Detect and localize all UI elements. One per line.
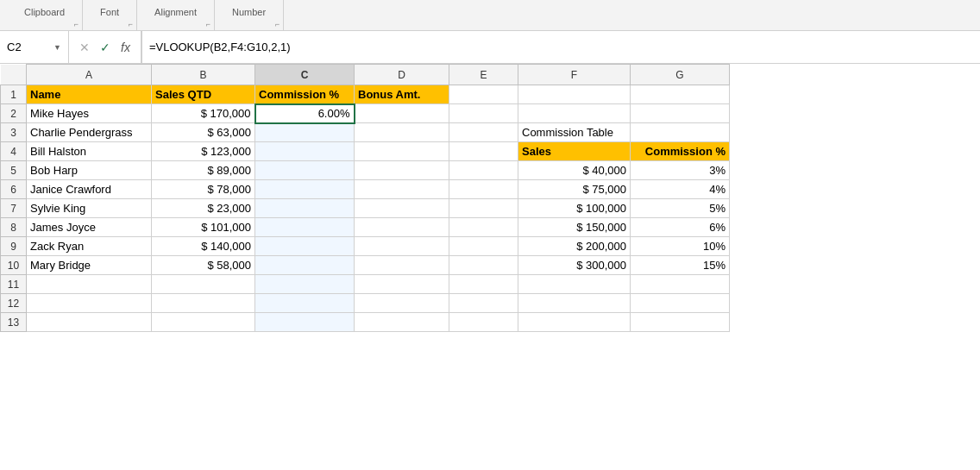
cell-r9-c6[interactable]: $ 200,000 — [518, 237, 631, 256]
cell-r3-c6[interactable]: Commission Table — [518, 123, 631, 142]
cell-r1-c6[interactable] — [518, 85, 631, 104]
confirm-formula-button[interactable]: ✓ — [97, 39, 114, 56]
cell-r12-c5[interactable] — [449, 294, 518, 313]
cell-r4-c1[interactable]: Bill Halston — [27, 142, 152, 161]
cell-r13-c5[interactable] — [449, 313, 518, 332]
cell-r13-c6[interactable] — [518, 313, 631, 332]
cell-r6-c4[interactable] — [355, 180, 449, 199]
cell-r2-c6[interactable] — [518, 104, 631, 123]
cell-r5-c1[interactable]: Bob Harp — [27, 161, 152, 180]
cell-reference-box[interactable]: C2 ▼ — [0, 31, 69, 63]
cell-r5-c2[interactable]: $ 89,000 — [152, 161, 255, 180]
cell-r10-c2[interactable]: $ 58,000 — [152, 256, 255, 275]
cell-r2-c3[interactable]: 6.00% — [255, 104, 355, 123]
clipboard-corner-icon[interactable]: ⌐ — [74, 20, 79, 28]
row-header-2[interactable]: 2 — [1, 104, 27, 123]
cell-r8-c6[interactable]: $ 150,000 — [518, 218, 631, 237]
cell-r12-c6[interactable] — [518, 294, 631, 313]
cell-r9-c5[interactable] — [449, 237, 518, 256]
cell-r6-c1[interactable]: Janice Crawford — [27, 180, 152, 199]
cell-r10-c5[interactable] — [449, 256, 518, 275]
cell-r1-c3[interactable]: Commission % — [255, 85, 355, 104]
number-corner-icon[interactable]: ⌐ — [275, 20, 280, 28]
cell-r1-c5[interactable] — [449, 85, 518, 104]
cell-r10-c1[interactable]: Mary Bridge — [27, 256, 152, 275]
row-header-10[interactable]: 10 — [1, 256, 27, 275]
cell-r13-c3[interactable] — [255, 313, 355, 332]
cell-r11-c1[interactable] — [27, 275, 152, 294]
col-header-a[interactable]: A — [27, 65, 152, 85]
cell-r2-c7[interactable] — [631, 104, 730, 123]
cell-r5-c5[interactable] — [449, 161, 518, 180]
row-header-13[interactable]: 13 — [1, 313, 27, 332]
cell-r1-c4[interactable]: Bonus Amt. — [355, 85, 449, 104]
cell-r11-c3[interactable] — [255, 275, 355, 294]
row-header-4[interactable]: 4 — [1, 142, 27, 161]
cell-r4-c6[interactable]: Sales — [518, 142, 631, 161]
cell-r3-c3[interactable] — [255, 123, 355, 142]
cell-r12-c7[interactable] — [631, 294, 730, 313]
font-corner-icon[interactable]: ⌐ — [129, 20, 133, 28]
row-header-6[interactable]: 6 — [1, 180, 27, 199]
row-header-1[interactable]: 1 — [1, 85, 27, 104]
cell-r7-c5[interactable] — [449, 199, 518, 218]
cell-r13-c2[interactable] — [152, 313, 255, 332]
cell-r7-c1[interactable]: Sylvie King — [27, 199, 152, 218]
cell-r1-c1[interactable]: Name — [27, 85, 152, 104]
cell-r13-c4[interactable] — [355, 313, 449, 332]
col-header-b[interactable]: B — [152, 65, 255, 85]
row-header-12[interactable]: 12 — [1, 294, 27, 313]
cell-r8-c3[interactable] — [255, 218, 355, 237]
cell-r6-c5[interactable] — [449, 180, 518, 199]
cell-r10-c3[interactable] — [255, 256, 355, 275]
cell-r12-c4[interactable] — [355, 294, 449, 313]
col-header-f[interactable]: F — [518, 65, 631, 85]
cell-r2-c2[interactable]: $ 170,000 — [152, 104, 255, 123]
cell-r9-c3[interactable] — [255, 237, 355, 256]
cell-ref-dropdown-icon[interactable]: ▼ — [53, 43, 61, 52]
cell-r13-c1[interactable] — [27, 313, 152, 332]
cell-r13-c7[interactable] — [631, 313, 730, 332]
cell-r11-c2[interactable] — [152, 275, 255, 294]
cell-r6-c7[interactable]: 4% — [631, 180, 730, 199]
cell-r4-c4[interactable] — [355, 142, 449, 161]
formula-input[interactable] — [142, 41, 980, 53]
cell-r10-c6[interactable]: $ 300,000 — [518, 256, 631, 275]
cell-r7-c7[interactable]: 5% — [631, 199, 730, 218]
cell-r4-c7[interactable]: Commission % — [631, 142, 730, 161]
cell-r8-c4[interactable] — [355, 218, 449, 237]
cell-r11-c5[interactable] — [449, 275, 518, 294]
cell-r9-c7[interactable]: 10% — [631, 237, 730, 256]
col-header-d[interactable]: D — [355, 65, 449, 85]
cell-r9-c2[interactable]: $ 140,000 — [152, 237, 255, 256]
cell-r8-c1[interactable]: James Joyce — [27, 218, 152, 237]
cell-r2-c1[interactable]: Mike Hayes — [27, 104, 152, 123]
row-header-8[interactable]: 8 — [1, 218, 27, 237]
cell-r3-c5[interactable] — [449, 123, 518, 142]
cell-r5-c6[interactable]: $ 40,000 — [518, 161, 631, 180]
cell-r10-c4[interactable] — [355, 256, 449, 275]
cell-r3-c2[interactable]: $ 63,000 — [152, 123, 255, 142]
cell-r2-c5[interactable] — [449, 104, 518, 123]
cell-r3-c1[interactable]: Charlie Pendergrass — [27, 123, 152, 142]
col-header-c[interactable]: C — [255, 65, 355, 85]
cell-r6-c3[interactable] — [255, 180, 355, 199]
row-header-11[interactable]: 11 — [1, 275, 27, 294]
cell-r7-c4[interactable] — [355, 199, 449, 218]
cell-r11-c6[interactable] — [518, 275, 631, 294]
row-header-3[interactable]: 3 — [1, 123, 27, 142]
cell-r11-c4[interactable] — [355, 275, 449, 294]
cell-r4-c5[interactable] — [449, 142, 518, 161]
cell-r7-c6[interactable]: $ 100,000 — [518, 199, 631, 218]
cell-r8-c5[interactable] — [449, 218, 518, 237]
cell-r7-c3[interactable] — [255, 199, 355, 218]
cell-r5-c3[interactable] — [255, 161, 355, 180]
cell-r4-c3[interactable] — [255, 142, 355, 161]
cell-r2-c4[interactable] — [355, 104, 449, 123]
cell-r1-c7[interactable] — [631, 85, 730, 104]
cell-r10-c7[interactable]: 15% — [631, 256, 730, 275]
cell-r1-c2[interactable]: Sales QTD — [152, 85, 255, 104]
alignment-corner-icon[interactable]: ⌐ — [206, 20, 210, 28]
cell-r12-c2[interactable] — [152, 294, 255, 313]
cell-r12-c3[interactable] — [255, 294, 355, 313]
